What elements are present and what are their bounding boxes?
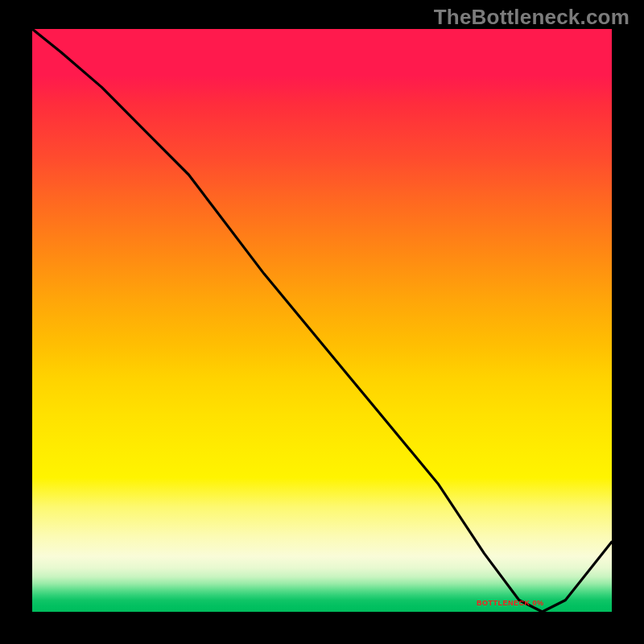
plot-area: BOTTLENECK 0% [32, 29, 612, 612]
chart-frame: TheBottleneck.com BOTTLENECK 0% [0, 0, 644, 644]
bottleneck-curve-path [32, 29, 612, 612]
curve-svg [32, 29, 612, 612]
bottom-annotation: BOTTLENECK 0% [477, 599, 544, 607]
watermark-text: TheBottleneck.com [434, 5, 630, 30]
